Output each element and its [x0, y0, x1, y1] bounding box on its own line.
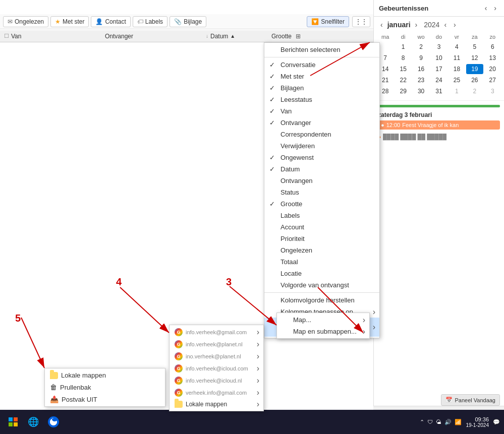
- panel-vandaag-button[interactable]: 📅 Paneel Vandaag: [441, 394, 500, 406]
- cal-day[interactable]: 13: [484, 53, 501, 63]
- menu-item-ongewenst[interactable]: ✓ Ongewenst: [264, 152, 379, 163]
- taskbar-email-icon[interactable]: [44, 413, 63, 431]
- menu-item-bijlagen[interactable]: ✓ Bijlagen: [264, 82, 379, 94]
- cal-day[interactable]: 24: [430, 75, 447, 85]
- calendar-grid: ma di wo do vr za zo 1 2 3 4 5 6 7 8 9 1…: [374, 33, 504, 96]
- menu-item-grootte[interactable]: ✓ Grootte: [264, 198, 379, 210]
- account-item-1[interactable]: G info.verheek@gmail.com: [170, 326, 263, 338]
- bijlage-button[interactable]: 📎 Bijlage: [170, 16, 206, 27]
- menu-item-status[interactable]: Status: [264, 187, 379, 198]
- account-item-6[interactable]: G verheek.info@gmail.com: [170, 387, 263, 399]
- event-dot: ●: [381, 122, 384, 128]
- menu-item-leesstatus[interactable]: ✓ Leesstatus: [264, 94, 379, 105]
- col-header-van[interactable]: ☐ Van: [0, 33, 101, 40]
- menu-item-prullenbak[interactable]: 🗑 Prullenbak: [45, 381, 165, 393]
- menu-item-conversatie[interactable]: ✓ Conversatie: [264, 59, 379, 71]
- sat-event-section: zaterdag 3 februari ● 12:00 Feest Vraagj…: [374, 109, 504, 132]
- sat-event-item[interactable]: ● 12:00 Feest Vraagje of ik kan: [378, 120, 500, 130]
- cal-prev-month-btn[interactable]: ‹: [378, 20, 385, 30]
- cal-day[interactable]: 10: [430, 53, 447, 63]
- cal-day[interactable]: 6: [484, 42, 501, 52]
- menu-item-kolomvolgorde[interactable]: Kolomvolgorde herstellen: [264, 294, 379, 306]
- cal-day[interactable]: 17: [430, 64, 447, 74]
- account-item-5[interactable]: G info.verheek@icloud.nl: [170, 375, 263, 387]
- menu-item-verwijderen[interactable]: Verwijderen: [264, 140, 379, 152]
- menu-item-ontvangen[interactable]: Ontvangen: [264, 175, 379, 187]
- menu-separator-1: [264, 57, 379, 57]
- menu-item-ontvanger[interactable]: ✓ Ontvanger: [264, 117, 379, 129]
- contact-button[interactable]: 👤 Contact: [91, 16, 130, 27]
- menu-item-locatie[interactable]: Locatie: [264, 268, 379, 279]
- col-header-datum[interactable]: ↓ Datum ▲: [202, 33, 267, 40]
- cal-day[interactable]: 2: [466, 86, 483, 96]
- account-item-4[interactable]: G info.verheek@icloud.com: [170, 362, 263, 375]
- cal-day[interactable]: 25: [449, 75, 465, 85]
- cal-day[interactable]: 20: [484, 64, 501, 74]
- calendar-day-names: ma di wo do vr za zo: [377, 33, 501, 41]
- tray-up-arrow[interactable]: ⌃: [420, 419, 424, 425]
- cal-day[interactable]: 29: [395, 86, 411, 96]
- menu-item-map[interactable]: Map...: [277, 314, 369, 326]
- menu-item-map-submappen[interactable]: Map en submappen...: [277, 326, 369, 337]
- cal-day[interactable]: 5: [466, 42, 483, 52]
- col-header-grootte[interactable]: Grootte ⊞: [267, 33, 308, 40]
- cal-day[interactable]: 16: [413, 64, 429, 74]
- cal-day[interactable]: 26: [466, 75, 483, 85]
- col-header-ontvanger[interactable]: Ontvanger: [101, 33, 202, 40]
- cal-day[interactable]: 2: [413, 42, 429, 52]
- volume-icon[interactable]: 🔊: [444, 419, 452, 425]
- columns-settings-icon[interactable]: ⊞: [296, 33, 301, 40]
- cal-day[interactable]: 9: [413, 53, 429, 63]
- cal-day[interactable]: 18: [449, 64, 465, 74]
- cal-day[interactable]: 31: [430, 86, 447, 96]
- cal-day[interactable]: 30: [413, 86, 429, 96]
- cal-day[interactable]: 3: [484, 86, 501, 96]
- cal-next-year-btn[interactable]: ›: [451, 20, 459, 30]
- start-button[interactable]: [4, 413, 22, 431]
- menu-item-prioriteit[interactable]: Prioriteit: [264, 233, 379, 244]
- labels-button[interactable]: 🏷 Labels: [133, 16, 167, 27]
- menu-item-totaal[interactable]: Totaal: [264, 256, 379, 268]
- account-item-3[interactable]: G ino.verheek@planet.nl: [170, 350, 263, 362]
- met-ster-button[interactable]: ★ Met ster: [50, 16, 89, 27]
- menu-item-volgorde[interactable]: Volgorde van ontvangst: [264, 279, 379, 291]
- cal-day[interactable]: 15: [395, 64, 411, 74]
- cal-prev-year-btn[interactable]: ‹: [441, 20, 449, 30]
- snelfilter-button[interactable]: 🔽 Snelfilter: [307, 16, 349, 27]
- menu-item-lokale-mappen[interactable]: Lokale mappen: [45, 369, 165, 381]
- menu-item-berichten-selecteren[interactable]: Berichten selecteren: [264, 44, 379, 55]
- cal-day[interactable]: 1: [395, 42, 411, 52]
- cal-next-month-btn[interactable]: ›: [413, 20, 420, 30]
- menu-item-correspondenten[interactable]: Correspondenten: [264, 129, 379, 140]
- menu-item-labels[interactable]: Labels: [264, 210, 379, 221]
- account-item-2[interactable]: G info.verheek@planet.nl: [170, 338, 263, 350]
- cal-day[interactable]: 23: [413, 75, 429, 85]
- ongelezen-button[interactable]: ✉ Ongelezen: [3, 16, 48, 27]
- system-tray: ⌃ 🛡 🌤 🔊 📶: [420, 419, 462, 425]
- cal-next-btn[interactable]: ›: [491, 3, 499, 13]
- columns-button[interactable]: ⋮⋮: [352, 16, 370, 27]
- star-icon: ★: [55, 18, 61, 25]
- taskbar-browser-icon[interactable]: 🌐: [24, 413, 42, 431]
- menu-item-met-ster[interactable]: ✓ Met ster: [264, 71, 379, 82]
- cal-prev-btn[interactable]: ‹: [482, 3, 490, 13]
- cal-day[interactable]: 1: [449, 86, 465, 96]
- cal-day[interactable]: 27: [484, 75, 501, 85]
- cal-day[interactable]: 3: [430, 42, 447, 52]
- menu-item-datum[interactable]: ✓ Datum: [264, 163, 379, 175]
- menu-item-van[interactable]: ✓ Van: [264, 105, 379, 117]
- cal-day[interactable]: 22: [395, 75, 411, 85]
- cal-day[interactable]: 8: [395, 53, 411, 63]
- menu-item-account[interactable]: Account: [264, 221, 379, 233]
- cal-day[interactable]: 4: [449, 42, 465, 52]
- taskbar-clock[interactable]: 09:36 19-1-2024: [466, 416, 489, 428]
- cal-day[interactable]: 12: [466, 53, 483, 63]
- network-wifi-icon[interactable]: 📶: [455, 419, 462, 425]
- cal-day-today[interactable]: 19: [466, 64, 483, 74]
- google-icon-4: G: [175, 364, 183, 373]
- notification-icon[interactable]: 💬: [493, 419, 500, 425]
- menu-item-ongelezen[interactable]: Ongelezen: [264, 244, 379, 256]
- menu-item-postvak-uit[interactable]: 📤 Postvak UIT: [45, 393, 165, 405]
- cal-day[interactable]: 11: [449, 53, 465, 63]
- account-item-lokale-mappen[interactable]: Lokale mappen: [170, 399, 263, 410]
